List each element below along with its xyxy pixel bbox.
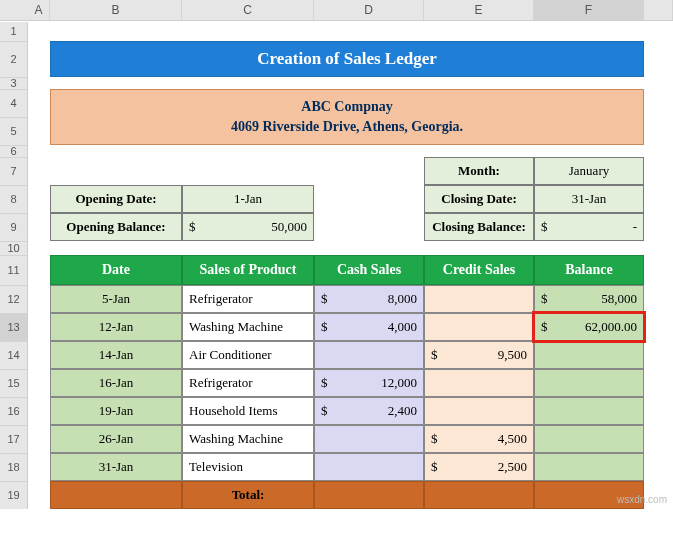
cell-credit[interactable] [424, 285, 534, 313]
cell-date[interactable]: 5-Jan [50, 285, 182, 313]
col-head-D[interactable]: D [314, 0, 424, 20]
cell-credit[interactable]: $9,500 [424, 341, 534, 369]
total-spacer [50, 481, 182, 509]
cell-credit[interactable] [424, 369, 534, 397]
cell-cash[interactable]: $2,400 [314, 397, 424, 425]
cell-cash[interactable]: $12,000 [314, 369, 424, 397]
col-head-E[interactable]: E [424, 0, 534, 20]
month-value[interactable]: January [534, 157, 644, 185]
row-head-11[interactable]: 11 [0, 256, 28, 286]
cell-credit[interactable]: $2,500 [424, 453, 534, 481]
th-date: Date [50, 255, 182, 285]
row-head-14[interactable]: 14 [0, 342, 28, 370]
row-head-5[interactable]: 5 [0, 118, 28, 146]
cell-cash[interactable] [314, 453, 424, 481]
cell-cash[interactable] [314, 425, 424, 453]
company-address: 4069 Riverside Drive, Athens, Georgia. [231, 119, 463, 135]
column-headers: A B C D E F [0, 0, 673, 21]
cell-credit[interactable]: $4,500 [424, 425, 534, 453]
row-head-4[interactable]: 4 [0, 90, 28, 118]
row-head-2[interactable]: 2 [0, 42, 28, 78]
cell-product[interactable]: Refrigerator [182, 369, 314, 397]
cell-balance[interactable] [534, 341, 644, 369]
grid-body: Creation of Sales Ledger ABC Compnay 406… [28, 21, 673, 509]
cell-product[interactable]: Air Conditioner [182, 341, 314, 369]
page-title: Creation of Sales Ledger [50, 41, 644, 77]
cell-date[interactable]: 14-Jan [50, 341, 182, 369]
watermark: wsxdn.com [617, 494, 667, 505]
opening-balance-label: Opening Balance: [50, 213, 182, 241]
cell-date[interactable]: 26-Jan [50, 425, 182, 453]
row-head-3[interactable]: 3 [0, 78, 28, 90]
cell-balance[interactable] [534, 425, 644, 453]
cell-date[interactable]: 31-Jan [50, 453, 182, 481]
spreadsheet: A B C D E F 1 2 3 4 5 6 7 8 9 10 11 12 1… [0, 0, 673, 509]
row-head-15[interactable]: 15 [0, 370, 28, 398]
cell-credit[interactable] [424, 313, 534, 341]
row-head-18[interactable]: 18 [0, 454, 28, 482]
col-head-C[interactable]: C [182, 0, 314, 20]
col-head-B[interactable]: B [50, 0, 182, 20]
row-head-19[interactable]: 19 [0, 482, 28, 509]
total-cash[interactable] [314, 481, 424, 509]
total-label: Total: [182, 481, 314, 509]
cell-product[interactable]: Television [182, 453, 314, 481]
row-head-16[interactable]: 16 [0, 398, 28, 426]
row-head-8[interactable]: 8 [0, 186, 28, 214]
company-name: ABC Compnay [301, 99, 392, 115]
cell-product[interactable]: Washing Machine [182, 313, 314, 341]
row-head-12[interactable]: 12 [0, 286, 28, 314]
month-label: Month: [424, 157, 534, 185]
cell-product[interactable]: Refrigerator [182, 285, 314, 313]
cell-balance[interactable]: $62,000.00 [534, 313, 644, 341]
cell-product[interactable]: Household Items [182, 397, 314, 425]
th-balance: Balance [534, 255, 644, 285]
cell-balance[interactable] [534, 397, 644, 425]
col-head-A[interactable]: A [28, 0, 50, 20]
cell-balance[interactable] [534, 453, 644, 481]
cell-product[interactable]: Washing Machine [182, 425, 314, 453]
row-head-17[interactable]: 17 [0, 426, 28, 454]
row-head-13[interactable]: 13 [0, 314, 28, 342]
th-product: Sales of Product [182, 255, 314, 285]
col-head-blank [644, 0, 673, 20]
closing-date-label: Closing Date: [424, 185, 534, 213]
cell-balance[interactable] [534, 369, 644, 397]
th-cash: Cash Sales [314, 255, 424, 285]
cell-cash[interactable]: $4,000 [314, 313, 424, 341]
total-credit[interactable] [424, 481, 534, 509]
cell-balance[interactable]: $58,000 [534, 285, 644, 313]
row-head-6[interactable]: 6 [0, 146, 28, 158]
opening-date-label: Opening Date: [50, 185, 182, 213]
cell-date[interactable]: 16-Jan [50, 369, 182, 397]
row-head-9[interactable]: 9 [0, 214, 28, 242]
cell-cash[interactable]: $8,000 [314, 285, 424, 313]
closing-date-value[interactable]: 31-Jan [534, 185, 644, 213]
col-head-F[interactable]: F [534, 0, 644, 20]
cell-cash[interactable] [314, 341, 424, 369]
company-box: ABC Compnay 4069 Riverside Drive, Athens… [50, 89, 644, 145]
row-head-1[interactable]: 1 [0, 22, 28, 42]
cell-date[interactable]: 12-Jan [50, 313, 182, 341]
row-head-7[interactable]: 7 [0, 158, 28, 186]
opening-balance-value[interactable]: $50,000 [182, 213, 314, 241]
row-headers: 1 2 3 4 5 6 7 8 9 10 11 12 13 14 15 16 1… [0, 22, 28, 509]
cell-credit[interactable] [424, 397, 534, 425]
closing-balance-label: Closing Balance: [424, 213, 534, 241]
opening-date-value[interactable]: 1-Jan [182, 185, 314, 213]
th-credit: Credit Sales [424, 255, 534, 285]
closing-balance-value[interactable]: $- [534, 213, 644, 241]
row-head-10[interactable]: 10 [0, 242, 28, 256]
cell-date[interactable]: 19-Jan [50, 397, 182, 425]
